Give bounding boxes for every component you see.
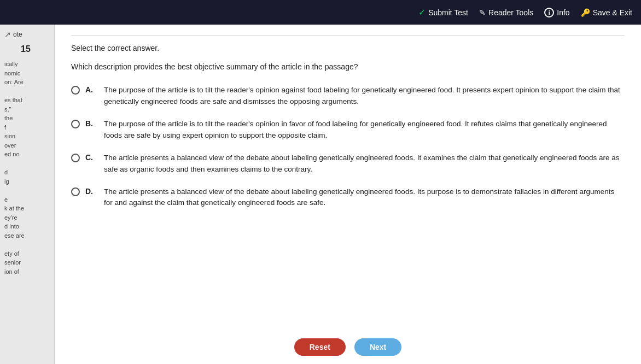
question-number: 15 xyxy=(21,44,50,54)
radio-a[interactable] xyxy=(71,86,80,95)
info-button[interactable]: i Info xyxy=(544,8,569,17)
radio-d[interactable] xyxy=(71,187,80,196)
option-c: C. The article presents a balanced view … xyxy=(71,152,625,175)
next-button[interactable]: Next xyxy=(354,338,401,356)
option-d: D. The article presents a balanced view … xyxy=(71,186,625,209)
submit-test-label: Submit Test xyxy=(428,8,468,17)
reset-button[interactable]: Reset xyxy=(294,338,346,356)
sidebar-passage-text: icallynomicon: Arees thats,"thefsionover… xyxy=(4,60,50,276)
radio-c[interactable] xyxy=(71,154,80,162)
save-exit-icon: 🔑 xyxy=(581,8,590,17)
radio-b[interactable] xyxy=(71,120,80,128)
option-c-letter: C. xyxy=(85,153,98,162)
reader-tools-button[interactable]: ✎ Reader Tools xyxy=(479,8,533,17)
radio-a-wrap[interactable] xyxy=(71,86,80,97)
reader-tools-label: Reader Tools xyxy=(488,8,533,17)
option-b-text: The purpose of the article is to tilt th… xyxy=(104,119,625,142)
option-d-text: The article presents a balanced view of … xyxy=(104,186,625,209)
option-b: B. The purpose of the article is to tilt… xyxy=(71,119,625,142)
expand-icon: ↗ xyxy=(4,30,11,39)
reader-tools-icon: ✎ xyxy=(479,8,486,17)
option-b-letter: B. xyxy=(85,119,98,128)
save-exit-button[interactable]: 🔑 Save & Exit xyxy=(581,8,632,17)
instruction-text: Select the correct answer. xyxy=(71,44,625,52)
content-area: Select the correct answer. Which descrip… xyxy=(55,25,641,364)
option-a: A. The purpose of the article is to tilt… xyxy=(71,85,625,108)
top-divider xyxy=(71,36,625,36)
info-label: Info xyxy=(557,8,569,17)
submit-check-icon: ✓ xyxy=(418,7,426,17)
radio-b-wrap[interactable] xyxy=(71,120,80,131)
sidebar: ↗ ote 15 icallynomicon: Arees thats,"the… xyxy=(0,25,55,364)
option-d-letter: D. xyxy=(85,187,98,196)
radio-d-wrap[interactable] xyxy=(71,187,80,198)
main-layout: ↗ ote 15 icallynomicon: Arees thats,"the… xyxy=(0,25,641,364)
info-icon: i xyxy=(544,8,554,17)
save-exit-label: Save & Exit xyxy=(593,8,632,17)
note-button[interactable]: ↗ ote xyxy=(4,30,50,39)
question-text: Which description provides the best obje… xyxy=(71,61,625,73)
option-a-letter: A. xyxy=(85,85,98,94)
note-label: ote xyxy=(13,31,22,38)
bottom-action-bar: Reset Next xyxy=(55,338,641,356)
option-c-text: The article presents a balanced view of … xyxy=(104,152,625,175)
option-a-text: The purpose of the article is to tilt th… xyxy=(104,85,625,108)
submit-test-button[interactable]: ✓ Submit Test xyxy=(418,7,468,17)
top-toolbar: ✓ Submit Test ✎ Reader Tools i Info 🔑 Sa… xyxy=(0,0,641,25)
radio-c-wrap[interactable] xyxy=(71,154,80,165)
